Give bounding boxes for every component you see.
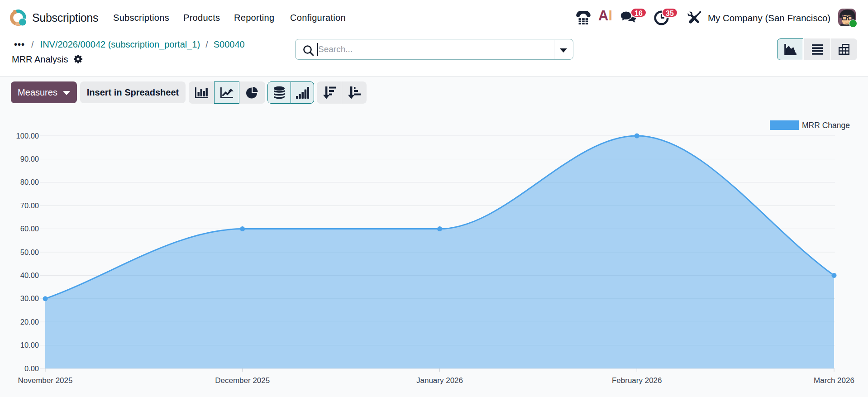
- svg-text:20.00: 20.00: [20, 318, 39, 326]
- svg-text:December 2025: December 2025: [215, 376, 270, 385]
- svg-text:January 2026: January 2026: [416, 376, 463, 385]
- svg-text:40.00: 40.00: [20, 271, 39, 279]
- svg-text:10.00: 10.00: [20, 341, 39, 349]
- svg-text:100.00: 100.00: [16, 132, 39, 140]
- svg-text:February 2026: February 2026: [612, 376, 662, 385]
- svg-text:0.00: 0.00: [24, 364, 39, 373]
- svg-text:MRR Change: MRR Change: [802, 121, 850, 130]
- svg-text:60.00: 60.00: [20, 225, 39, 233]
- svg-text:November 2025: November 2025: [18, 376, 73, 385]
- svg-text:30.00: 30.00: [20, 294, 39, 302]
- svg-text:50.00: 50.00: [20, 248, 39, 256]
- svg-text:80.00: 80.00: [20, 178, 39, 186]
- svg-text:90.00: 90.00: [20, 155, 39, 163]
- svg-text:70.00: 70.00: [20, 201, 39, 210]
- svg-text:March 2026: March 2026: [814, 376, 854, 385]
